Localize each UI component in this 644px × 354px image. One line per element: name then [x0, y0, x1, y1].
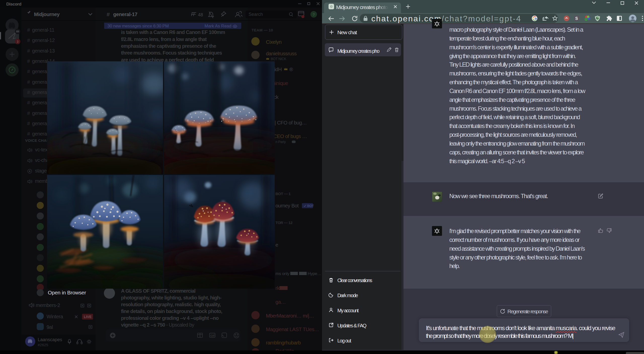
svg-text:S: S — [575, 16, 578, 21]
